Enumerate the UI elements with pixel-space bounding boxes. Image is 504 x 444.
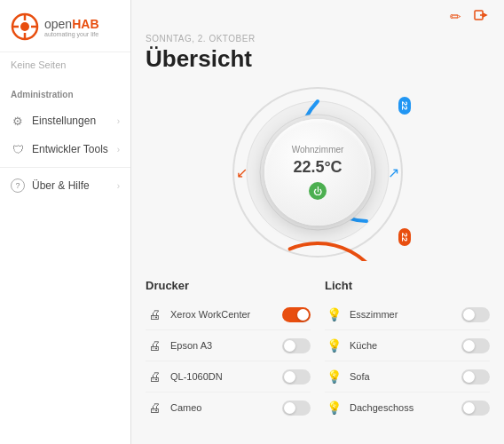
lights-title: Licht (325, 279, 490, 292)
administration-section: Administration (0, 81, 130, 107)
printer-icon-0: 🖨 (146, 305, 163, 323)
administration-label: Administration (11, 90, 120, 99)
no-pages-label: Keine Seiten (0, 52, 130, 74)
light-toggle-0[interactable] (461, 307, 490, 322)
thermostat-knob[interactable]: Wohnzimmer 22.5°C ⏻ (264, 119, 371, 226)
printer-toggle-1[interactable] (282, 338, 311, 353)
light-row-0: 💡 Esszimmer (325, 299, 490, 330)
printer-toggle-2[interactable] (282, 369, 311, 385)
printer-name-2: QL-1060DN (170, 371, 275, 382)
sidebar-logo: openHAB automating your life (0, 0, 130, 52)
light-name-1: Küche (350, 340, 454, 351)
help-icon: ? (11, 178, 25, 193)
bulb-icon-0: 💡 (325, 305, 343, 323)
power-icon: ⏻ (313, 186, 322, 196)
sidebar-item-help[interactable]: ? Über & Hilfe › (0, 171, 130, 200)
sidebar: openHAB automating your life Keine Seite… (0, 0, 131, 444)
shield-icon: 🛡 (11, 142, 25, 156)
main-content: ✏ Sonntag, 2. Oktober Übersicht (131, 0, 504, 444)
sidebar-item-settings[interactable]: ⚙ Einstellungen › (0, 107, 130, 135)
thermostat-temperature: 22.5°C (293, 158, 342, 177)
thermostat-room-label: Wohnzimmer (292, 145, 344, 155)
page-title: Übersicht (146, 45, 490, 73)
light-toggle-1[interactable] (461, 338, 490, 353)
sidebar-divider (0, 167, 130, 168)
temp-increase-button[interactable]: ↗ (388, 164, 399, 181)
printer-name-1: Epson A3 (170, 340, 275, 351)
thermostat-power-button[interactable]: ⏻ (309, 182, 327, 200)
lights-section: Licht 💡 Esszimmer 💡 Küche 💡 Sofa (325, 279, 490, 423)
temp-badge-orange: 22 (398, 228, 411, 246)
light-name-2: Sofa (350, 371, 454, 382)
logout-icon (474, 7, 490, 23)
logout-button[interactable] (474, 7, 490, 27)
printer-toggle-3[interactable] (282, 400, 311, 416)
temp-decrease-button[interactable]: ↙ (236, 164, 248, 181)
svg-point-1 (20, 22, 29, 31)
page-date: Sonntag, 2. Oktober (146, 34, 490, 44)
printer-toggle-0[interactable] (282, 307, 311, 322)
topbar: ✏ (131, 0, 504, 34)
thermostat-container: ↙ ↗ 22 22 Wohnzimmer 22.5°C ⏻ (229, 83, 406, 261)
content-area: Sonntag, 2. Oktober Übersicht (131, 34, 504, 444)
light-name-0: Esszimmer (350, 309, 454, 320)
bulb-icon-3: 💡 (325, 399, 343, 416)
bulb-icon-2: 💡 (325, 368, 343, 385)
printer-name-0: Xerox WorkCenter (170, 309, 275, 320)
light-row-2: 💡 Sofa (325, 361, 490, 392)
devices-grid: Drucker 🖨 Xerox WorkCenter 🖨 Epson A3 🖨 … (146, 279, 490, 423)
printer-row-2: 🖨 QL-1060DN (146, 361, 311, 392)
help-chevron-icon: › (117, 181, 120, 191)
printer-name-3: Cameo (170, 402, 275, 413)
settings-icon: ⚙ (11, 114, 25, 128)
printer-icon-2: 🖨 (146, 368, 163, 385)
edit-button[interactable]: ✏ (450, 9, 461, 25)
light-toggle-2[interactable] (461, 369, 490, 385)
temp-badge-blue: 22 (398, 97, 411, 115)
printers-section: Drucker 🖨 Xerox WorkCenter 🖨 Epson A3 🖨 … (146, 279, 311, 423)
printer-icon-1: 🖨 (146, 337, 163, 354)
help-label: Über & Hilfe (32, 179, 90, 192)
printer-icon-3: 🖨 (146, 399, 163, 416)
printer-row-0: 🖨 Xerox WorkCenter (146, 299, 311, 330)
light-toggle-3[interactable] (461, 400, 490, 416)
sidebar-item-developer[interactable]: 🛡 Entwickler Tools › (0, 135, 130, 163)
openhab-logo-icon (11, 12, 39, 41)
logo-subtitle: automating your life (44, 31, 99, 37)
light-row-3: 💡 Dachgeschoss (325, 392, 490, 423)
thermostat-widget: ↙ ↗ 22 22 Wohnzimmer 22.5°C ⏻ (146, 83, 490, 261)
settings-label: Einstellungen (32, 115, 96, 127)
printer-row-1: 🖨 Epson A3 (146, 330, 311, 361)
printers-title: Drucker (146, 279, 311, 292)
light-name-3: Dachgeschoss (350, 402, 454, 413)
developer-chevron-icon: › (117, 145, 120, 155)
developer-label: Entwickler Tools (32, 143, 108, 155)
light-row-1: 💡 Küche (325, 330, 490, 361)
bulb-icon-1: 💡 (325, 337, 343, 354)
settings-chevron-icon: › (117, 116, 120, 126)
printer-row-3: 🖨 Cameo (146, 392, 311, 423)
